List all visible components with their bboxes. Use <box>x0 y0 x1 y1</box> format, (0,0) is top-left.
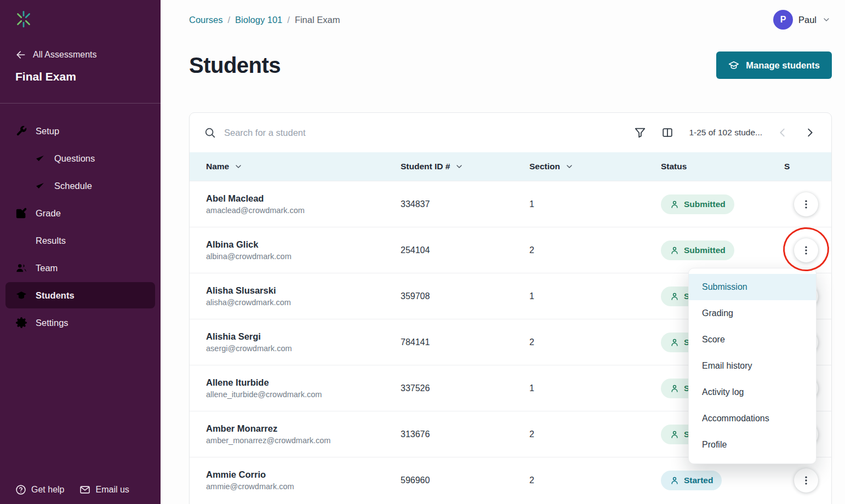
person-icon <box>670 291 680 301</box>
page-title: Students <box>189 53 281 78</box>
breadcrumb-final-exam: Final Exam <box>295 15 340 25</box>
sidebar-item-label: Team <box>36 263 58 273</box>
sidebar-item-students[interactable]: Students <box>5 282 155 308</box>
person-icon <box>670 337 680 347</box>
status-cell: Submitted <box>661 240 784 260</box>
manage-students-label: Manage students <box>746 60 820 71</box>
sidebar-item-results[interactable]: Results <box>5 227 155 254</box>
status-label: Submitted <box>684 245 726 255</box>
student-email: alisha@crowdmark.com <box>206 298 401 307</box>
row-actions-button[interactable] <box>794 192 818 216</box>
name-cell: Albina Glick albina@crowdmark.com <box>206 239 401 261</box>
mail-icon <box>79 484 90 495</box>
chevron-down-icon <box>822 15 831 24</box>
menu-item-submission[interactable]: Submission <box>689 274 816 300</box>
breadcrumb-courses[interactable]: Courses <box>189 15 222 25</box>
sidebar-item-questions[interactable]: Questions <box>5 145 155 171</box>
topbar: Courses/Biology 101/Final Exam P Paul <box>161 0 845 30</box>
sidebar-item-schedule[interactable]: Schedule <box>5 173 155 199</box>
column-label: Section <box>529 162 560 171</box>
breadcrumb-biology-101[interactable]: Biology 101 <box>235 15 282 25</box>
get-help-link[interactable]: Get help <box>15 484 64 495</box>
breadcrumb-separator: / <box>227 15 230 25</box>
student-section: 2 <box>529 476 661 485</box>
column-header-student-id[interactable]: Student ID # <box>401 162 529 171</box>
sidebar-item-label: Students <box>36 290 75 301</box>
status-badge: Submitted <box>661 194 734 214</box>
menu-item-score[interactable]: Score <box>689 327 816 353</box>
column-label: S <box>784 162 790 171</box>
student-email: allene_iturbide@crowdmark.com <box>206 390 401 399</box>
table-row: Albina Glick albina@crowdmark.com 254104… <box>190 227 831 273</box>
menu-item-email-history[interactable]: Email history <box>689 353 816 379</box>
status-badge: Submitted <box>661 240 734 260</box>
student-id: 337526 <box>401 383 529 393</box>
sidebar-item-label: Schedule <box>54 181 92 191</box>
name-cell: Alisha Slusarski alisha@crowdmark.com <box>206 285 401 307</box>
column-header-name[interactable]: Name <box>206 162 401 171</box>
column-label: Status <box>661 162 687 171</box>
bar-chart-icon <box>15 234 27 247</box>
user-menu[interactable]: P Paul <box>773 10 831 30</box>
sidebar-footer: Get helpEmail us <box>15 484 129 495</box>
student-email: asergi@crowdmark.com <box>206 344 401 353</box>
table-toolbar: 1-25 of 102 stude... <box>190 113 831 152</box>
name-cell: Amber Monarrez amber_monarrez@crowdmark.… <box>206 423 401 445</box>
status-cell: Submitted <box>661 194 784 214</box>
student-id: 359708 <box>401 291 529 301</box>
menu-item-activity-log[interactable]: Activity log <box>689 379 816 405</box>
sidebar-item-label: Settings <box>36 318 68 328</box>
name-cell: Ammie Corrio ammie@crowdmark.com <box>206 469 401 491</box>
student-name: Amber Monarrez <box>206 423 401 434</box>
sidebar-item-setup[interactable]: Setup <box>5 118 155 144</box>
sidebar-item-team[interactable]: Team <box>5 255 155 281</box>
menu-item-accommodations[interactable]: Accommodations <box>689 405 816 432</box>
student-section: 2 <box>529 429 661 439</box>
filter-button[interactable] <box>634 126 647 139</box>
name-cell: Alishia Sergi asergi@crowdmark.com <box>206 331 401 353</box>
main-content: Courses/Biology 101/Final Exam P Paul St… <box>161 0 845 504</box>
row-actions-menu: SubmissionGradingScoreEmail historyActiv… <box>688 268 817 464</box>
name-cell: Allene Iturbide allene_iturbide@crowdmar… <box>206 377 401 399</box>
menu-item-profile[interactable]: Profile <box>689 432 816 458</box>
sidebar-item-label: Questions <box>54 153 95 164</box>
search-input[interactable] <box>224 128 460 138</box>
user-name: Paul <box>798 15 817 25</box>
back-all-assessments-link[interactable]: All Assessments <box>15 49 161 60</box>
column-header-status: Status <box>661 162 784 171</box>
student-name: Allene Iturbide <box>206 377 401 388</box>
filter-icon <box>634 127 646 139</box>
student-id: 596960 <box>401 476 529 485</box>
sidebar-item-settings[interactable]: Settings <box>5 310 155 336</box>
email-us-link[interactable]: Email us <box>79 484 129 495</box>
student-name: Alisha Slusarski <box>206 285 401 296</box>
person-icon <box>670 199 680 209</box>
gear-icon <box>15 317 27 329</box>
next-page-button[interactable] <box>804 126 817 139</box>
row-actions-button[interactable] <box>794 468 818 492</box>
check-icon <box>34 180 46 192</box>
actions-cell <box>784 468 818 492</box>
menu-item-grading[interactable]: Grading <box>689 300 816 327</box>
prev-page-button[interactable] <box>777 126 790 139</box>
footer-link-label: Email us <box>95 485 129 495</box>
manage-students-button[interactable]: Manage students <box>716 51 832 79</box>
name-cell: Abel Maclead amaclead@crowdmark.com <box>206 193 401 215</box>
student-id: 254104 <box>401 245 529 255</box>
student-section: 1 <box>529 383 661 393</box>
chevron-down-icon <box>565 162 574 171</box>
student-section: 2 <box>529 245 661 255</box>
person-icon <box>670 383 680 393</box>
sidebar-item-grade[interactable]: Grade <box>5 200 155 226</box>
search-icon <box>204 127 216 139</box>
student-name: Abel Maclead <box>206 193 401 204</box>
arrow-left-icon <box>15 49 26 60</box>
student-id: 784141 <box>401 337 529 347</box>
student-email: albina@crowdmark.com <box>206 252 401 261</box>
check-icon <box>34 152 46 164</box>
chevron-down-icon <box>234 162 243 171</box>
status-badge: Started <box>661 471 722 490</box>
row-actions-button[interactable] <box>794 238 818 262</box>
column-header-section[interactable]: Section <box>529 162 661 171</box>
columns-button[interactable] <box>661 126 675 139</box>
